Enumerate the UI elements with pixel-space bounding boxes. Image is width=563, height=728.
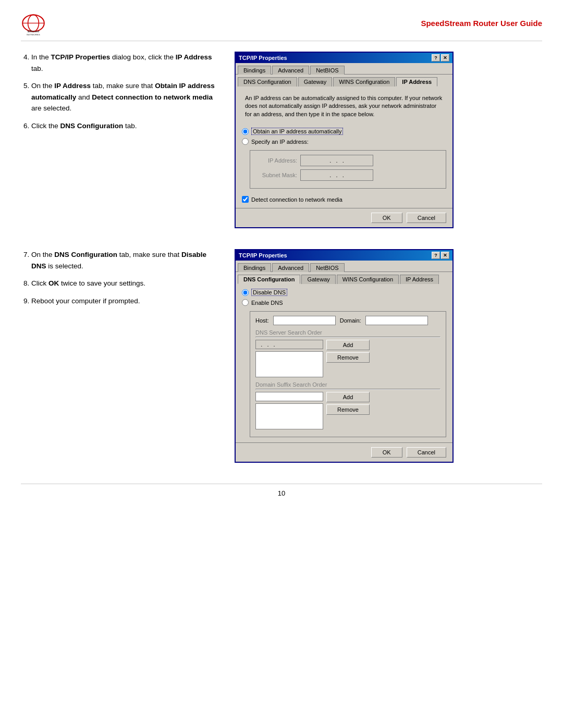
section2: On the DNS Configuration tab, make sure … [21, 249, 542, 463]
radio-specify-ip-input[interactable] [242, 138, 249, 145]
host-label: Host: [255, 317, 269, 324]
step-4: In the TCP/IP Properties dialog box, cli… [31, 52, 219, 74]
header-title: SpeedStream Router User Guide [421, 19, 542, 28]
tab-bindings-2[interactable]: Bindings [238, 263, 271, 272]
host-domain-row: Host: Domain: [255, 316, 440, 325]
radio-specify-ip: Specify an IP address: [242, 138, 446, 145]
host-input[interactable] [273, 316, 336, 325]
dialog1-footer: OK Cancel [236, 208, 452, 227]
dns-server-buttons: Add Remove [326, 340, 370, 363]
tab-netbios-2[interactable]: NetBIOS [310, 263, 344, 272]
step-5: On the IP Address tab, make sure that Ob… [31, 80, 219, 114]
dialog2-tabs-row1: Bindings Advanced NetBIOS [236, 261, 452, 272]
dialog1-titlebar: TCP/IP Properties ? ✕ [236, 53, 452, 63]
dialog1-ok-button[interactable]: OK [371, 213, 402, 223]
efficient-networks-logo: Efficient NETWORKS [21, 10, 46, 35]
dialog1-cancel-button[interactable]: Cancel [407, 213, 446, 223]
domain-remove-button[interactable]: Remove [326, 404, 370, 415]
ip-address-label: IP Address: [255, 157, 297, 164]
titlebar-buttons-2: ? ✕ [432, 252, 449, 259]
domain-add-button[interactable]: Add [326, 392, 370, 402]
domain-suffix-row: Add Remove [255, 392, 440, 429]
domain-label: Domain: [340, 317, 361, 324]
dns-server-listbox[interactable] [255, 351, 323, 377]
dns-server-label: DNS Server Search Order [255, 329, 440, 338]
tab-advanced-2[interactable]: Advanced [272, 263, 309, 272]
tab-gateway-2[interactable]: Gateway [301, 275, 335, 284]
step-7: On the DNS Configuration tab, make sure … [31, 249, 219, 272]
dialog2-footer: OK Cancel [236, 442, 452, 462]
dialog1-body: An IP address can be automatically assig… [236, 86, 452, 208]
ip-box: . . . [303, 156, 371, 165]
subnet-mask-input: . . . [300, 169, 373, 181]
detect-connection-row: Detect connection to network media [242, 196, 446, 203]
dialog1: TCP/IP Properties ? ✕ Bindings Advanced … [235, 52, 454, 228]
close-button-1[interactable]: ✕ [441, 54, 449, 61]
instructions-2: On the DNS Configuration tab, make sure … [21, 249, 219, 313]
radio-enable-dns: Enable DNS [242, 299, 446, 306]
dns-remove-button[interactable]: Remove [326, 352, 370, 363]
tab-gateway-1[interactable]: Gateway [298, 77, 332, 87]
subnet-box: . . . [303, 170, 371, 180]
tab-advanced-1[interactable]: Advanced [272, 66, 309, 75]
dialog1-description: An IP address can be automatically assig… [242, 91, 446, 121]
dns-add-button[interactable]: Add [326, 340, 370, 350]
dialog1-tabs-row2: DNS Configuration Gateway WINS Configura… [236, 75, 452, 86]
domain-suffix-input[interactable] [255, 392, 323, 401]
dialog2-body: Disable DNS Enable DNS Host: Domain: [236, 283, 452, 442]
dns-ip-input: . . . [255, 340, 323, 349]
radio-disable-dns: Disable DNS [242, 289, 446, 296]
step-8: Click OK twice to save your settings. [31, 278, 219, 289]
dns-radio-group: Disable DNS Enable DNS [242, 289, 446, 306]
radio-enable-dns-input[interactable] [242, 299, 249, 306]
domain-suffix-listbox[interactable] [255, 403, 323, 429]
detect-connection-checkbox[interactable] [242, 196, 249, 203]
step-6: Click the DNS Configuration tab. [31, 120, 219, 132]
logo-area: Efficient NETWORKS [21, 10, 46, 35]
dialog2-cancel-button[interactable]: Cancel [407, 447, 446, 458]
help-button-1[interactable]: ? [432, 54, 440, 61]
radio-specify-ip-label: Specify an IP address: [251, 139, 309, 145]
radio-obtain-ip-label: Obtain an IP address automatically [251, 128, 343, 135]
help-button-2[interactable]: ? [432, 252, 440, 259]
instructions-1: In the TCP/IP Properties dialog box, cli… [21, 52, 219, 138]
tab-dns-2[interactable]: DNS Configuration [238, 275, 300, 284]
dialog2-title: TCP/IP Properties [239, 252, 287, 258]
radio-enable-dns-label: Enable DNS [251, 300, 283, 306]
tab-ipaddress-2[interactable]: IP Address [400, 275, 439, 284]
dialog1-tabs-row1: Bindings Advanced NetBIOS [236, 63, 452, 75]
section1: In the TCP/IP Properties dialog box, cli… [21, 52, 542, 228]
svg-text:NETWORKS: NETWORKS [27, 33, 40, 35]
page-number: 10 [278, 489, 285, 497]
dialog2-ok-button[interactable]: OK [371, 447, 402, 458]
radio-disable-dns-label: Disable DNS [251, 289, 287, 296]
ip-address-row: IP Address: . . . [255, 155, 440, 166]
tab-wins-2[interactable]: WINS Configuration [337, 275, 399, 284]
dns-fields-section: Host: Domain: DNS Server Search Order . … [250, 311, 446, 437]
tab-netbios-1[interactable]: NetBIOS [310, 66, 344, 75]
domain-suffix-buttons: Add Remove [326, 392, 370, 415]
dialog2: TCP/IP Properties ? ✕ Bindings Advanced … [235, 249, 454, 463]
domain-suffix-label: Domain Suffix Search Order [255, 381, 440, 390]
subnet-mask-label: Subnet Mask: [255, 172, 297, 178]
dialog1-title: TCP/IP Properties [239, 55, 287, 61]
close-button-2[interactable]: ✕ [441, 252, 449, 259]
page-footer: 10 [21, 484, 542, 497]
tab-ipaddress-1[interactable]: IP Address [396, 77, 437, 87]
subnet-mask-row: Subnet Mask: . . . [255, 169, 440, 181]
dns-server-row: . . . Add Remove [255, 340, 440, 377]
detect-connection-label: Detect connection to network media [251, 196, 342, 203]
tab-bindings-1[interactable]: Bindings [238, 66, 271, 75]
ip-address-input: . . . [300, 155, 373, 166]
dialog2-titlebar: TCP/IP Properties ? ✕ [236, 250, 452, 261]
radio-disable-dns-input[interactable] [242, 289, 249, 296]
tab-dns-1[interactable]: DNS Configuration [238, 77, 297, 87]
radio-obtain-ip-input[interactable] [242, 128, 249, 135]
svg-text:Efficient: Efficient [28, 30, 39, 33]
step-9: Reboot your computer if prompted. [31, 295, 219, 307]
dialog2-tabs-row2: DNS Configuration Gateway WINS Configura… [236, 272, 452, 283]
ip-fields-section: IP Address: . . . Subnet Mask: [250, 150, 446, 189]
radio-obtain-ip: Obtain an IP address automatically [242, 128, 446, 135]
domain-input[interactable] [365, 316, 428, 325]
tab-wins-1[interactable]: WINS Configuration [333, 77, 395, 87]
